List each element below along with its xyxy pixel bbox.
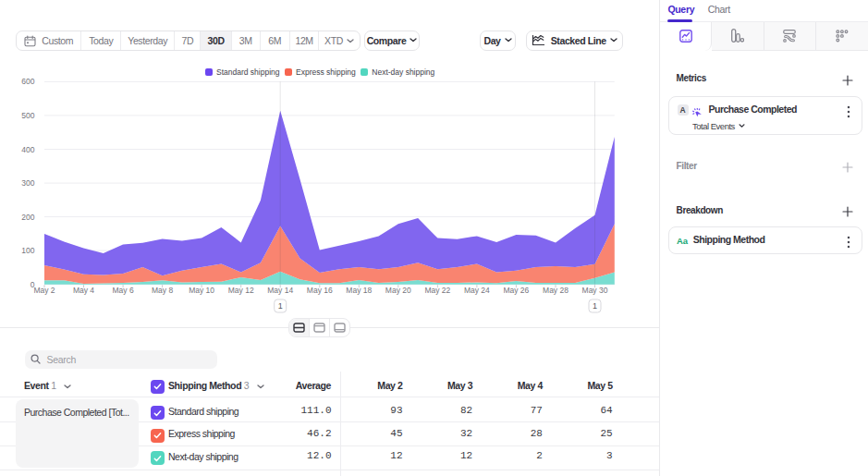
svg-text:May 18: May 18	[346, 286, 372, 295]
svg-text:May 12: May 12	[228, 286, 254, 295]
svg-text:May 16: May 16	[307, 286, 333, 295]
svg-text:May 26: May 26	[503, 286, 529, 295]
svg-text:500: 500	[21, 111, 34, 120]
svg-text:May 22: May 22	[424, 286, 450, 295]
svg-text:May 10: May 10	[189, 286, 214, 295]
svg-text:May 30: May 30	[582, 286, 608, 295]
svg-text:May 4: May 4	[73, 286, 94, 295]
svg-text:200: 200	[21, 213, 34, 222]
svg-text:May 20: May 20	[385, 286, 411, 295]
svg-text:May 24: May 24	[464, 286, 490, 295]
svg-text:May 8: May 8	[152, 286, 173, 295]
svg-text:1: 1	[593, 301, 597, 311]
svg-text:300: 300	[21, 178, 34, 188]
svg-text:May 14: May 14	[267, 286, 293, 295]
svg-text:May 2: May 2	[33, 286, 55, 295]
svg-text:1: 1	[278, 301, 283, 311]
svg-text:600: 600	[21, 77, 34, 86]
svg-text:400: 400	[21, 145, 34, 154]
svg-text:100: 100	[21, 246, 34, 255]
svg-text:May 6: May 6	[113, 286, 134, 295]
svg-text:May 28: May 28	[543, 286, 568, 295]
